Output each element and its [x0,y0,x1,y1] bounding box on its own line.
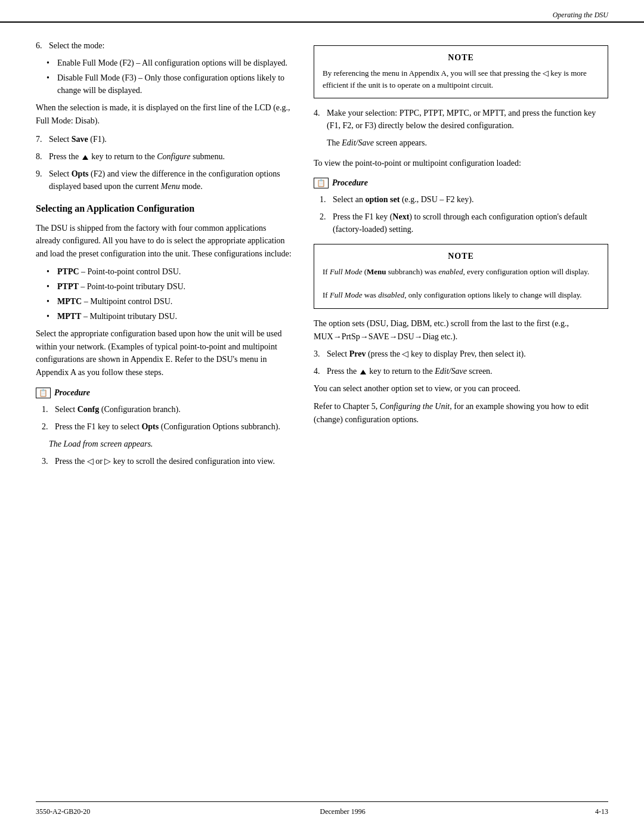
item-7-text: Select Save (F1). [49,133,292,145]
option-sets-para: The option sets (DSU, Diag, DBM, etc.) s… [314,317,608,343]
proc-item-3-left: 3. Press the ◁ or ▷ key to scroll the de… [42,455,292,467]
proc-item-2-text: Press the F1 key to select Opts (Configu… [55,420,292,433]
bullet-ptpt-text: PTPT – Point-to-point tributary DSU. [57,280,292,293]
right-item-3-text: Select Prev (press the ◁ key to display … [327,348,608,360]
item-7-num: 7. [36,133,49,145]
bullet-dot-mptc: • [47,295,57,308]
item-9-num: 9. [36,168,49,193]
bullet-dot-1: • [47,57,57,69]
item-8-num: 8. [36,150,49,163]
proc-right-item-2: 2. Press the F1 key (Next) to scroll thr… [320,210,608,236]
procedure-header-left: 📋 Procedure [36,388,292,398]
bullet-mptc-text: MPTC – Multipoint control DSU. [57,295,292,308]
top-rule [0,21,644,23]
note-text-top: By referencing the menu in Appendix A, y… [323,67,599,91]
app-bullet-list: • PTPC – Point-to-point control DSU. • P… [47,265,292,323]
proc-right-item-1: 1. Select an option set (e.g., DSU – F2 … [320,193,608,206]
content-area: 6. Select the mode: • Enable Full Mode (… [36,33,608,791]
bullet-mptc: • MPTC – Multipoint control DSU. [47,295,292,308]
bullet-dot-ptpc: • [47,265,57,278]
intro-para: The DSU is shipped from the factory with… [36,222,292,261]
footer: 3550-A2-GB20-20 December 1996 4-13 [36,807,608,816]
proc-item-2-left: 2. Press the F1 key to select Opts (Conf… [42,420,292,433]
list-item-6: 6. Select the mode: [36,39,292,52]
bullet-enable-full: • Enable Full Mode (F2) – All configurat… [47,57,292,69]
footer-page-number: 4-13 [595,807,608,816]
procedure-label-left: Procedure [54,388,90,398]
edit-save-screen-text: The Edit/Save screen appears. [327,137,608,150]
bullet-mptt-text: MPTT – Multipoint tributary DSU. [57,310,292,323]
right-item-4-num: 4. [314,107,327,132]
proc-right-item-2-num: 2. [320,210,333,236]
triangle-up-icon-8 [82,155,88,160]
proc-right-item-2-text: Press the F1 key (Next) to scroll throug… [333,210,608,236]
refer-para: Refer to Chapter 5, Configuring the Unit… [314,400,608,426]
footer-doc-number: 3550-A2-GB20-20 [36,807,90,816]
bullet-dot-ptpt: • [47,280,57,293]
list-item-7: 7. Select Save (F1). [36,133,292,145]
bottom-rule [36,801,608,802]
procedure-header-right: 📋 Procedure [314,178,608,188]
bullet-dot-2: • [47,72,57,97]
note-title-2: NOTE [323,252,599,261]
bullet-mptt: • MPTT – Multipoint tributary DSU. [47,310,292,323]
proc-item-3-text: Press the ◁ or ▷ key to scroll the desir… [55,455,292,467]
proc-item-1-num: 1. [42,403,55,416]
right-column: NOTE By referencing the menu in Appendix… [314,33,608,791]
bullet-enable-text: Enable Full Mode (F2) – All configuratio… [57,57,292,69]
right-item-4b-num: 4. [314,365,327,377]
can-select-para: You can select another option set to vie… [314,382,608,395]
right-item-4: 4. Make your selection: PTPC, PTPT, MPTC… [314,107,608,132]
item-6-text: Select the mode: [49,39,292,52]
item-8-text: Press the key to return to the Configure… [49,150,292,163]
proc-item-3-num: 3. [42,455,55,467]
proc-right-item-1-text: Select an option set (e.g., DSU – F2 key… [333,193,608,206]
bullet-ptpc: • PTPC – Point-to-point control DSU. [47,265,292,278]
right-item-4b-text: Press the key to return to the Edit/Save… [327,365,608,377]
item-6-num: 6. [36,39,49,52]
item-9-text: Select Opts (F2) and view the difference… [49,168,292,193]
view-para: To view the point-to-point or multipoint… [314,157,608,170]
triangle-up-icon-r4 [360,370,366,374]
right-item-4-text: Make your selection: PTPC, PTPT, MPTC, o… [327,107,608,132]
list-item-8: 8. Press the key to return to the Config… [36,150,292,163]
bullet-ptpc-text: PTPC – Point-to-point control DSU. [57,265,292,278]
footer-date: December 1996 [320,807,366,816]
note-box-top: NOTE By referencing the menu in Appendix… [314,45,608,98]
bullet-disable-text: Disable Full Mode (F3) – Only those conf… [57,72,292,97]
note-text-2: If Full Mode (Menu subbranch) was enable… [323,266,599,301]
note-box-2: NOTE If Full Mode (Menu subbranch) was e… [314,244,608,309]
load-from-screen: The Load from screen appears. [49,438,292,451]
proc-item-1-text: Select Confg (Configuration branch). [55,403,292,416]
header-section-title: Operating the DSU [553,11,608,20]
proc-right-item-1-num: 1. [320,193,333,206]
bullet-disable-full: • Disable Full Mode (F3) – Only those co… [47,72,292,97]
section-heading-app-config: Selecting an Application Configuration [36,202,292,215]
procedure-icon-left: 📋 [36,388,51,398]
page-container: Operating the DSU 6. Select the mode: • … [0,0,644,833]
right-item-3-num: 3. [314,348,327,360]
mode-bullet-list: • Enable Full Mode (F2) – All configurat… [47,57,292,97]
bullet-ptpt: • PTPT – Point-to-point tributary DSU. [47,280,292,293]
bullet-dot-mptt: • [47,310,57,323]
note-title-top: NOTE [323,53,599,63]
left-column: 6. Select the mode: • Enable Full Mode (… [36,33,292,791]
procedure-label-right: Procedure [332,178,368,188]
when-selection-para: When the selection is made, it is displa… [36,101,292,127]
right-item-4b: 4. Press the key to return to the Edit/S… [314,365,608,377]
proc-item-2-num: 2. [42,420,55,433]
list-item-9: 9. Select Opts (F2) and view the differe… [36,168,292,193]
proc-item-1-left: 1. Select Confg (Configuration branch). [42,403,292,416]
select-para: Select the appropriate configuration bas… [36,327,292,379]
procedure-icon-right: 📋 [314,178,329,188]
right-item-3: 3. Select Prev (press the ◁ key to displ… [314,348,608,360]
